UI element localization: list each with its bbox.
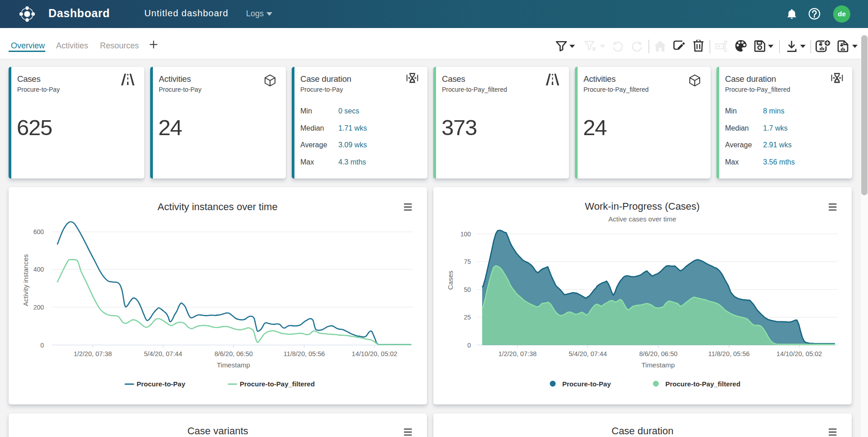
svg-text:1/2/20, 07:38: 1/2/20, 07:38 xyxy=(74,350,112,357)
svg-text:Cases: Cases xyxy=(446,271,454,290)
svg-text:8/6/20, 06:50: 8/6/20, 06:50 xyxy=(639,350,678,357)
svg-text:Timestamp: Timestamp xyxy=(641,361,675,369)
svg-text:0: 0 xyxy=(40,342,44,349)
svg-text:Procure-to-Pay: Procure-to-Pay xyxy=(137,380,185,388)
svg-text:Procure-to-Pay: Procure-to-Pay xyxy=(562,380,611,388)
svg-text:0: 0 xyxy=(467,342,471,349)
svg-text:8/6/20, 06:50: 8/6/20, 06:50 xyxy=(214,350,253,357)
svg-text:5/4/20, 07:44: 5/4/20, 07:44 xyxy=(144,350,182,357)
svg-text:Activity instances over time: Activity instances over time xyxy=(157,201,277,212)
svg-text:600: 600 xyxy=(33,228,44,235)
svg-text:Active cases over time: Active cases over time xyxy=(608,215,676,223)
svg-text:400: 400 xyxy=(33,266,44,273)
svg-text:100: 100 xyxy=(460,230,471,238)
svg-text:Work-in-Progress (Cases): Work-in-Progress (Cases) xyxy=(585,201,700,212)
svg-text:25: 25 xyxy=(464,314,471,321)
svg-text:14/10/20, 05:02: 14/10/20, 05:02 xyxy=(777,350,822,357)
svg-text:11/8/20, 05:56: 11/8/20, 05:56 xyxy=(284,350,325,357)
svg-text:14/10/20, 05:02: 14/10/20, 05:02 xyxy=(352,350,398,357)
svg-text:75: 75 xyxy=(464,258,471,265)
svg-text:200: 200 xyxy=(33,304,44,311)
svg-text:Procure-to-Pay_filtered: Procure-to-Pay_filtered xyxy=(665,380,740,388)
svg-text:1/2/20, 07:38: 1/2/20, 07:38 xyxy=(498,350,537,357)
svg-text:Timestamp: Timestamp xyxy=(217,361,250,369)
svg-text:11/8/20, 05:56: 11/8/20, 05:56 xyxy=(708,350,750,357)
svg-text:Activity instances: Activity instances xyxy=(22,254,29,306)
svg-text:5/4/20, 07:44: 5/4/20, 07:44 xyxy=(569,350,607,357)
svg-text:50: 50 xyxy=(464,286,471,293)
svg-text:Procure-to-Pay_filtered: Procure-to-Pay_filtered xyxy=(240,380,315,388)
